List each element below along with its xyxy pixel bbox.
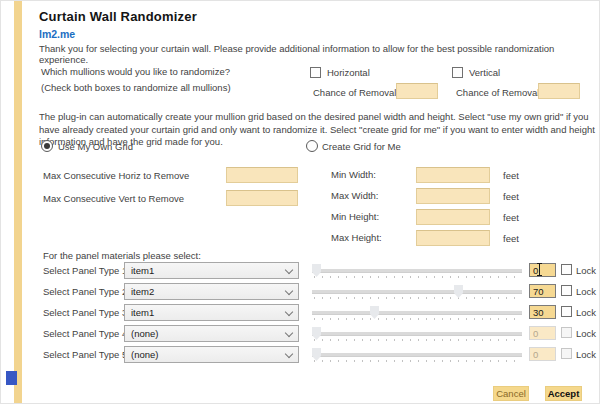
slider-ticks [314,318,520,320]
accent-stripe [14,1,22,404]
slider-track[interactable] [312,332,522,336]
max-consecutive-vert-input[interactable] [226,190,298,206]
lock-checkbox [561,327,572,338]
panel-type-51-select[interactable]: (none) [124,346,299,363]
panel-type-3-value[interactable] [529,305,556,319]
panel-type-51-slider[interactable] [312,348,522,362]
chevron-down-icon [285,287,293,295]
min-width-unit: feet [503,170,519,181]
slider-track[interactable] [312,290,522,294]
panel-type-4-select[interactable]: (none) [124,325,299,342]
max-consecutive-vert-label: Max Consecutive Vert to Remove [43,193,184,204]
horizontal-checkbox[interactable] [310,67,321,78]
radio-dot [44,143,50,149]
min-height-label: Min Height: [331,211,379,222]
panel-type-3-slider[interactable] [312,306,522,320]
chevron-down-icon [285,329,293,337]
panel-row: Select Panel Type 3 item1 Lock [1,304,600,322]
panel-type-2-value[interactable] [529,284,556,298]
selected-option: (none) [131,328,158,339]
lock-label: Lock [576,328,596,339]
use-own-grid-label[interactable]: Use My Own Grid [58,141,133,152]
panel-materials-heading: For the panel materials please select: [43,250,201,261]
slider-ticks [314,339,520,341]
selected-option: item1 [131,265,154,276]
chevron-down-icon [285,350,293,358]
horizontal-chance-label: Chance of Removal [313,87,396,98]
panel-type-51-value[interactable] [529,347,556,361]
page-title: Curtain Wall Randomizer [39,9,197,24]
slider-ticks [314,360,520,362]
panel-type-3-label: Select Panel Type 3 [43,307,127,318]
curtain-wall-randomizer-dialog: Curtain Wall Randomizer lm2.me Thank you… [0,0,600,404]
lock-label[interactable]: Lock [576,265,596,276]
lock-checkbox[interactable] [561,285,572,296]
panel-type-1-value[interactable] [529,263,556,277]
text-cursor-icon [539,264,540,275]
min-width-input[interactable] [416,167,490,183]
chevron-down-icon [285,266,293,274]
min-width-label: Min Width: [331,169,376,180]
intro-text: Thank you for selecting your curtain wal… [39,43,596,65]
max-width-input[interactable] [416,188,490,204]
use-own-grid-radio[interactable] [41,140,53,152]
lock-label[interactable]: Lock [576,286,596,297]
mullions-question: Which mullions would you like to randomi… [41,66,230,77]
chevron-down-icon [285,308,293,316]
panel-type-1-label: Select Panel Type 1 [43,265,127,276]
selected-option: item1 [131,307,154,318]
max-height-label: Max Height: [331,232,382,243]
lock-checkbox[interactable] [561,306,572,317]
panel-type-3-select[interactable]: item1 [124,304,299,321]
horizontal-chance-input[interactable] [396,83,438,99]
panel-type-51-label: Select Panel Type 51 [43,349,133,360]
panel-row: Select Panel Type 4 (none) Lock [1,325,600,343]
max-height-input[interactable] [416,230,490,246]
slider-track[interactable] [312,269,522,273]
panel-row: Select Panel Type 51 (none) Lock [1,346,600,364]
max-height-unit: feet [503,233,519,244]
panel-type-2-slider[interactable] [312,285,522,299]
slider-ticks [314,276,520,278]
panel-row: Select Panel Type 1 item1 Lock [1,262,600,280]
lock-checkbox[interactable] [561,264,572,275]
panel-type-2-select[interactable]: item2 [124,283,299,300]
accept-button[interactable]: Accept [545,386,582,401]
max-width-unit: feet [503,191,519,202]
lock-label[interactable]: Lock [576,307,596,318]
mullions-hint: (Check both boxes to randomize all mulli… [41,82,231,93]
panel-type-4-slider[interactable] [312,327,522,341]
panel-type-4-value[interactable] [529,326,556,340]
slider-track[interactable] [312,353,522,357]
max-width-label: Max Width: [331,190,379,201]
panel-type-1-select[interactable]: item1 [124,262,299,279]
max-consecutive-horiz-label: Max Consecutive Horiz to Remove [43,170,189,181]
vertical-checkbox-label[interactable]: Vertical [469,67,500,78]
vertical-checkbox[interactable] [452,67,463,78]
selected-option: (none) [131,349,158,360]
min-height-input[interactable] [416,209,490,225]
slider-track[interactable] [312,311,522,315]
panel-type-2-label: Select Panel Type 2 [43,286,127,297]
blue-square-artifact [6,371,17,385]
horizontal-checkbox-label[interactable]: Horizontal [327,67,370,78]
min-height-unit: feet [503,212,519,223]
lock-checkbox [561,348,572,359]
vertical-chance-label: Chance of Removal [456,87,539,98]
max-consecutive-horiz-input[interactable] [226,167,298,183]
panel-type-4-label: Select Panel Type 4 [43,328,127,339]
create-grid-label[interactable]: Create Grid for Me [322,141,401,152]
create-grid-radio[interactable] [306,140,318,152]
panel-row: Select Panel Type 2 item2 Lock [1,283,600,301]
lock-label: Lock [576,349,596,360]
slider-ticks [314,297,520,299]
selected-option: item2 [131,286,154,297]
cancel-button[interactable]: Cancel [493,386,529,401]
panel-type-1-slider[interactable] [312,264,522,278]
vertical-chance-input[interactable] [538,83,580,99]
lm2me-link[interactable]: lm2.me [39,28,75,40]
